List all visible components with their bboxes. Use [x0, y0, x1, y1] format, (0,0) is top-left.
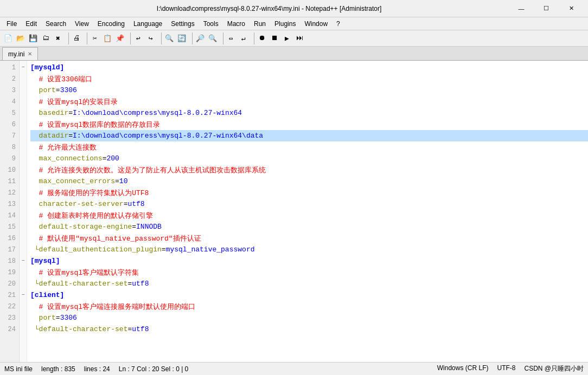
line-number-23: 23: [0, 312, 19, 324]
menu-item-tools[interactable]: Tools: [199, 17, 223, 30]
code-line-18[interactable]: [mysql]: [30, 255, 588, 267]
menu-item-plugins[interactable]: Plugins: [270, 17, 300, 30]
code-line-3[interactable]: port=3306: [30, 85, 588, 96]
code-line-8[interactable]: # 允许最大连接数: [30, 141, 588, 153]
menu-item-?[interactable]: ?: [332, 17, 344, 30]
open-button[interactable]: 📂: [15, 33, 27, 44]
fold-marker-11: [20, 176, 27, 187]
line-number-22: 22: [0, 301, 19, 312]
editor-container: 123456789101112131415161718192021222324 …: [0, 61, 588, 362]
fold-marker-19: [20, 267, 27, 278]
line-number-15: 15: [0, 221, 19, 232]
paste-button[interactable]: 📌: [114, 33, 126, 44]
code-line-9[interactable]: max_connections=200: [30, 153, 588, 164]
menu-item-language[interactable]: Language: [129, 17, 167, 30]
line-number-14: 14: [0, 210, 19, 221]
print-button[interactable]: 🖨: [71, 33, 82, 44]
code-line-24[interactable]: └default-character-set=utf8: [30, 324, 588, 335]
close-button[interactable]: ✕: [559, 0, 584, 17]
menu-item-settings[interactable]: Settings: [167, 17, 199, 30]
line-number-9: 9: [0, 153, 19, 164]
find-button[interactable]: 🔍: [163, 33, 175, 44]
line-number-1: 1: [0, 62, 19, 73]
code-line-17[interactable]: └default_authentication_plugin=mysql_nat…: [30, 244, 588, 255]
fold-marker-8: [20, 141, 27, 153]
code-line-21[interactable]: [client]: [30, 289, 588, 301]
sync-scroll-button[interactable]: ⇔: [225, 33, 237, 44]
tab-bar: my.ini ✕: [0, 47, 588, 61]
copy-button[interactable]: 📋: [101, 33, 113, 44]
fold-marker-9: [20, 153, 27, 164]
code-line-12[interactable]: # 服务端使用的字符集默认为UTF8: [30, 187, 588, 198]
menu-item-view[interactable]: View: [71, 17, 93, 30]
code-line-6[interactable]: # 设置mysql数据库的数据的存放目录: [30, 119, 588, 130]
code-line-4[interactable]: # 设置mysql的安装目录: [30, 96, 588, 107]
fold-marker-3: [20, 85, 27, 96]
line-number-4: 4: [0, 96, 19, 107]
file-type: MS ini file: [4, 365, 33, 373]
fold-marker-13: [20, 198, 27, 210]
code-line-10[interactable]: # 允许连接失败的次数。这是为了防止有人从该主机试图攻击数据库系统: [30, 164, 588, 176]
code-line-1[interactable]: [mysqld]: [30, 62, 588, 73]
save-button[interactable]: 💾: [27, 33, 39, 44]
macro-play-button[interactable]: ▶: [281, 33, 293, 44]
encoding: UTF-8: [497, 364, 515, 373]
code-line-7[interactable]: datadir=I:\download\compress\mysql-8.0.2…: [30, 130, 588, 141]
code-line-2[interactable]: # 设置3306端口: [30, 73, 588, 85]
code-line-19[interactable]: # 设置mysql客户端默认字符集: [30, 267, 588, 278]
new-button[interactable]: 📄: [2, 33, 14, 44]
fold-marker-10: [20, 164, 27, 176]
fold-marker-2: [20, 73, 27, 85]
menu-item-run[interactable]: Run: [250, 17, 270, 30]
line-number-17: 17: [0, 244, 19, 255]
tab-my-ini[interactable]: my.ini ✕: [2, 47, 38, 60]
code-line-5[interactable]: basedir=I:\download\compress\mysql-8.0.2…: [30, 107, 588, 119]
code-line-15[interactable]: default-storage-engine=INNODB: [30, 221, 588, 232]
redo-button[interactable]: ↪: [145, 33, 157, 44]
replace-button[interactable]: 🔄: [176, 33, 188, 44]
word-wrap-button[interactable]: ↵: [238, 33, 250, 44]
toolbar-sep-6: [220, 33, 223, 44]
undo-button[interactable]: ↩: [132, 33, 144, 44]
macro-run-button[interactable]: ⏭: [293, 33, 305, 44]
menu-item-edit[interactable]: Edit: [21, 17, 41, 30]
tab-close-icon[interactable]: ✕: [28, 51, 32, 57]
fold-marker-12: [20, 187, 27, 198]
maximize-button[interactable]: ☐: [534, 0, 559, 17]
menu-item-search[interactable]: Search: [41, 17, 71, 30]
line-number-24: 24: [0, 324, 19, 335]
zoom-in-button[interactable]: 🔎: [194, 33, 206, 44]
code-line-11[interactable]: max_connect_errors=10: [30, 176, 588, 187]
fold-marker-18[interactable]: −: [20, 255, 27, 267]
tab-label: my.ini: [8, 50, 24, 58]
macro-stop-button[interactable]: ⏹: [269, 33, 280, 44]
fold-marker-1[interactable]: −: [20, 62, 27, 73]
code-line-20[interactable]: └default-character-set=utf8: [30, 278, 588, 289]
menu-item-file[interactable]: File: [2, 17, 21, 30]
menu-item-encoding[interactable]: Encoding: [93, 17, 129, 30]
line-number-10: 10: [0, 164, 19, 176]
code-line-13[interactable]: character-set-server=utf8: [30, 198, 588, 210]
fold-marker-21[interactable]: −: [20, 289, 27, 301]
code-line-23[interactable]: port=3306: [30, 312, 588, 324]
code-line-16[interactable]: # 默认使用"mysql_native_password"插件认证: [30, 232, 588, 244]
status-bar: MS ini file length : 835 lines : 24 Ln :…: [0, 362, 588, 375]
code-content[interactable]: [mysqld] # 设置3306端口 port=3306 # 设置mysql的…: [27, 61, 588, 362]
cut-button[interactable]: ✂: [89, 33, 101, 44]
code-line-22[interactable]: # 设置mysql客户端连接服务端时默认使用的端口: [30, 301, 588, 312]
zoom-out-button[interactable]: 🔍: [207, 33, 219, 44]
window-controls: — ☐ ✕: [509, 0, 584, 17]
line-number-16: 16: [0, 232, 19, 244]
save-all-button[interactable]: 🗂: [40, 33, 52, 44]
close-file-button[interactable]: ✖: [52, 33, 64, 44]
extra-info: CSDN @只睡四小时: [524, 364, 584, 373]
menu-item-macro[interactable]: Macro: [223, 17, 250, 30]
line-number-13: 13: [0, 198, 19, 210]
cursor-position: Ln : 7 Col : 20 Sel : 0 | 0: [119, 365, 189, 373]
minimize-button[interactable]: —: [509, 0, 534, 17]
menu-item-window[interactable]: Window: [300, 17, 332, 30]
toolbar: 📄 📂 💾 🗂 ✖ 🖨 ✂ 📋 📌 ↩ ↪ 🔍 🔄 🔎 🔍 ⇔ ↵ ⏺ ⏹ ▶ …: [0, 30, 588, 47]
macro-record-button[interactable]: ⏺: [256, 33, 268, 44]
code-line-14[interactable]: # 创建新表时将使用的默认存储引擎: [30, 210, 588, 221]
file-length: length : 835: [41, 365, 75, 373]
